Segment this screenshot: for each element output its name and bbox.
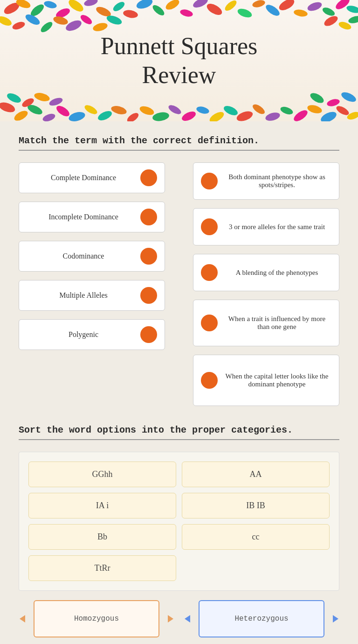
def-text-5: When the capital letter looks like the d… [222, 372, 331, 388]
svg-point-19 [264, 3, 281, 18]
def-card-3[interactable]: A blending of the phenotypes [193, 254, 339, 291]
svg-marker-71 [20, 615, 25, 623]
word-label-3: IA i [96, 501, 109, 510]
svg-point-41 [41, 112, 56, 121]
svg-point-14 [192, 0, 209, 9]
word-chip-7[interactable]: TtRr [28, 555, 176, 581]
svg-point-47 [126, 111, 140, 121]
def-circle-3[interactable] [201, 264, 218, 281]
word-chip-4[interactable]: IB IB [182, 493, 330, 518]
term-card-3[interactable]: Codominance [19, 241, 165, 272]
svg-point-33 [92, 21, 108, 33]
category-box-homozygous[interactable]: Homozygous [34, 600, 159, 637]
svg-point-21 [293, 9, 308, 18]
svg-point-16 [223, 0, 238, 13]
svg-point-27 [11, 21, 26, 31]
word-grid: GGhh AA IA i IB IB Bb cc TtRr [19, 452, 339, 591]
def-card-4[interactable]: When a trait is influenced by more than … [193, 300, 339, 346]
term-label-2: Incomplete Dominance [27, 213, 140, 221]
svg-point-44 [83, 103, 99, 116]
term-circle-4[interactable] [140, 287, 157, 304]
svg-point-48 [138, 105, 155, 117]
header-title-container: Punnett Squares Review [101, 32, 258, 90]
word-label-6: cc [252, 532, 260, 541]
orange-arrow-right-icon [163, 613, 174, 624]
word-chip-3[interactable]: IA i [28, 493, 176, 518]
svg-point-68 [309, 91, 325, 105]
svg-point-23 [321, 6, 336, 18]
terms-column: Complete Dominance Incomplete Dominance … [19, 162, 165, 406]
svg-point-42 [55, 104, 71, 118]
term-circle-2[interactable] [140, 209, 157, 225]
svg-point-57 [264, 111, 281, 121]
category-section: Homozygous Heterozygous [19, 600, 339, 637]
svg-point-62 [335, 104, 351, 117]
def-card-5[interactable]: When the capital letter looks like the d… [193, 355, 339, 406]
svg-point-8 [112, 0, 126, 13]
word-label-5: Bb [97, 532, 107, 541]
sort-divider [19, 439, 339, 440]
svg-point-6 [83, 0, 99, 7]
word-label-4: IB IB [246, 501, 265, 510]
word-label-2: AA [250, 469, 262, 479]
svg-point-61 [319, 110, 338, 121]
definitions-column: Both dominant phenotype show as spots/st… [193, 162, 339, 406]
svg-point-26 [0, 14, 13, 28]
term-card-5[interactable]: Polygenic [19, 319, 165, 350]
svg-point-70 [340, 91, 358, 104]
def-circle-5[interactable] [201, 372, 218, 389]
term-card-4[interactable]: Multiple Alleles [19, 280, 165, 311]
word-chip-6[interactable]: cc [182, 524, 330, 550]
term-circle-5[interactable] [140, 326, 157, 343]
svg-point-55 [235, 109, 254, 121]
svg-point-67 [48, 96, 64, 107]
title-line1: Punnett Squares [101, 33, 258, 59]
def-text-2: 3 or more alleles for the same trait [222, 223, 331, 231]
term-card-1[interactable]: Complete Dominance [19, 162, 165, 193]
word-chip-2[interactable]: AA [182, 462, 330, 487]
term-circle-1[interactable] [140, 169, 157, 186]
word-chip-1[interactable]: GGhh [28, 462, 176, 487]
header-banner: Punnett Squares Review [0, 0, 358, 121]
term-circle-3[interactable] [140, 248, 157, 265]
orange-arrow-left-icon [19, 613, 30, 624]
word-chip-5[interactable]: Bb [28, 524, 176, 550]
svg-point-37 [348, 14, 358, 24]
match-divider [19, 150, 339, 151]
svg-point-50 [167, 103, 183, 116]
term-card-2[interactable]: Incomplete Dominance [19, 202, 165, 232]
svg-point-17 [236, 7, 253, 19]
svg-point-12 [164, 0, 181, 12]
word-label-1: GGhh [92, 469, 113, 479]
term-label-3: Codominance [27, 252, 140, 260]
sort-section: Sort the word options into the proper ca… [19, 425, 339, 637]
def-circle-4[interactable] [201, 315, 218, 331]
svg-point-18 [252, 0, 266, 8]
svg-point-56 [251, 103, 267, 116]
def-circle-2[interactable] [201, 218, 218, 235]
svg-point-11 [151, 3, 166, 17]
def-card-1[interactable]: Both dominant phenotype show as spots/st… [193, 162, 339, 200]
svg-point-3 [43, 0, 58, 9]
svg-point-35 [323, 14, 339, 28]
main-content: Match the term with the correct definiti… [0, 121, 358, 644]
svg-point-49 [152, 111, 170, 121]
svg-point-58 [279, 105, 294, 116]
svg-point-66 [34, 91, 51, 103]
blue-arrow-left-icon [184, 613, 195, 624]
term-label-5: Polygenic [27, 330, 140, 339]
svg-point-53 [208, 110, 225, 121]
def-circle-1[interactable] [201, 173, 218, 189]
def-text-1: Both dominant phenotype show as spots/st… [222, 173, 331, 189]
svg-point-15 [205, 1, 224, 17]
title-line2: Review [142, 62, 216, 88]
svg-point-59 [292, 108, 309, 121]
def-card-2[interactable]: 3 or more alleles for the same trait [193, 208, 339, 245]
term-label-1: Complete Dominance [27, 174, 140, 182]
svg-point-43 [68, 111, 86, 121]
def-text-4: When a trait is influenced by more than … [222, 315, 331, 331]
svg-point-9 [123, 9, 138, 19]
def-text-3: A blending of the phenotypes [222, 269, 331, 277]
category-box-heterozygous[interactable]: Heterozygous [199, 600, 324, 637]
page-title: Punnett Squares Review [101, 32, 258, 90]
